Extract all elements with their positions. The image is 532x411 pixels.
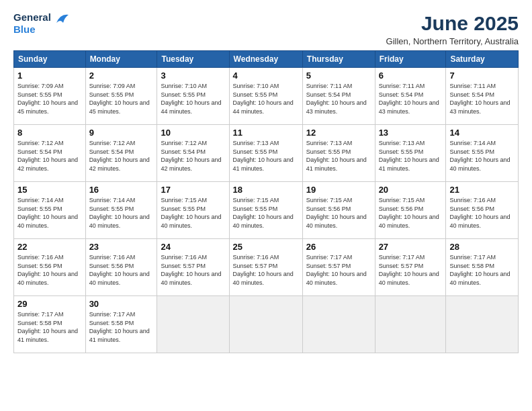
calendar-day-cell: 12Sunrise: 7:13 AMSunset: 5:55 PMDayligh…	[302, 125, 375, 182]
day-info: Sunrise: 7:10 AMSunset: 5:55 PMDaylight:…	[161, 82, 225, 116]
day-info: Sunrise: 7:16 AMSunset: 5:56 PMDaylight:…	[89, 253, 154, 287]
calendar-day-cell: 7Sunrise: 7:11 AMSunset: 5:54 PMDaylight…	[446, 68, 519, 125]
calendar-header-saturday: Saturday	[446, 51, 519, 68]
calendar-day-cell: 19Sunrise: 7:15 AMSunset: 5:56 PMDayligh…	[302, 182, 375, 239]
day-number: 17	[161, 185, 225, 195]
day-info: Sunrise: 7:15 AMSunset: 5:56 PMDaylight:…	[306, 196, 371, 230]
calendar-day-cell: 23Sunrise: 7:16 AMSunset: 5:56 PMDayligh…	[85, 239, 157, 296]
calendar-day-cell: 6Sunrise: 7:11 AMSunset: 5:54 PMDaylight…	[375, 68, 446, 125]
day-info: Sunrise: 7:12 AMSunset: 5:54 PMDaylight:…	[89, 139, 154, 173]
day-info: Sunrise: 7:15 AMSunset: 5:55 PMDaylight:…	[233, 196, 299, 230]
calendar-day-cell: 3Sunrise: 7:10 AMSunset: 5:55 PMDaylight…	[157, 68, 229, 125]
month-title: June 2025	[386, 12, 519, 35]
calendar-day-cell	[302, 296, 375, 353]
calendar-day-cell: 15Sunrise: 7:14 AMSunset: 5:55 PMDayligh…	[14, 182, 86, 239]
day-info: Sunrise: 7:17 AMSunset: 5:58 PMDaylight:…	[89, 310, 154, 344]
calendar-day-cell: 24Sunrise: 7:16 AMSunset: 5:57 PMDayligh…	[157, 239, 229, 296]
calendar-day-cell: 29Sunrise: 7:17 AMSunset: 5:58 PMDayligh…	[14, 296, 86, 353]
calendar-day-cell: 22Sunrise: 7:16 AMSunset: 5:56 PMDayligh…	[14, 239, 86, 296]
day-number: 26	[306, 242, 371, 252]
calendar-day-cell	[446, 296, 519, 353]
calendar-table: SundayMondayTuesdayWednesdayThursdayFrid…	[13, 50, 519, 353]
day-info: Sunrise: 7:15 AMSunset: 5:56 PMDaylight:…	[379, 196, 443, 230]
day-info: Sunrise: 7:16 AMSunset: 5:56 PMDaylight:…	[17, 253, 82, 287]
day-info: Sunrise: 7:14 AMSunset: 5:55 PMDaylight:…	[17, 196, 82, 230]
day-number: 3	[161, 71, 225, 81]
day-info: Sunrise: 7:12 AMSunset: 5:54 PMDaylight:…	[161, 139, 225, 173]
calendar-day-cell: 5Sunrise: 7:11 AMSunset: 5:54 PMDaylight…	[302, 68, 375, 125]
day-number: 20	[379, 185, 443, 195]
day-info: Sunrise: 7:16 AMSunset: 5:57 PMDaylight:…	[233, 253, 299, 287]
calendar-day-cell: 13Sunrise: 7:13 AMSunset: 5:55 PMDayligh…	[375, 125, 446, 182]
day-info: Sunrise: 7:17 AMSunset: 5:58 PMDaylight:…	[17, 310, 82, 344]
calendar-day-cell: 27Sunrise: 7:17 AMSunset: 5:57 PMDayligh…	[375, 239, 446, 296]
day-number: 10	[161, 128, 225, 138]
calendar-day-cell: 21Sunrise: 7:16 AMSunset: 5:56 PMDayligh…	[446, 182, 519, 239]
calendar-day-cell: 8Sunrise: 7:12 AMSunset: 5:54 PMDaylight…	[14, 125, 86, 182]
calendar-header-thursday: Thursday	[302, 51, 375, 68]
calendar-day-cell: 28Sunrise: 7:17 AMSunset: 5:58 PMDayligh…	[446, 239, 519, 296]
day-number: 21	[449, 185, 515, 195]
day-info: Sunrise: 7:14 AMSunset: 5:55 PMDaylight:…	[89, 196, 154, 230]
calendar-day-cell: 9Sunrise: 7:12 AMSunset: 5:54 PMDaylight…	[85, 125, 157, 182]
day-number: 19	[306, 185, 371, 195]
day-info: Sunrise: 7:11 AMSunset: 5:54 PMDaylight:…	[306, 82, 371, 116]
calendar-week-row: 22Sunrise: 7:16 AMSunset: 5:56 PMDayligh…	[14, 239, 519, 296]
day-info: Sunrise: 7:16 AMSunset: 5:57 PMDaylight:…	[161, 253, 225, 287]
calendar-day-cell: 2Sunrise: 7:09 AMSunset: 5:55 PMDaylight…	[85, 68, 157, 125]
calendar-day-cell	[229, 296, 302, 353]
day-info: Sunrise: 7:09 AMSunset: 5:55 PMDaylight:…	[17, 82, 82, 116]
logo: General Blue	[13, 12, 70, 36]
calendar-header-wednesday: Wednesday	[229, 51, 302, 68]
day-number: 11	[233, 128, 299, 138]
day-info: Sunrise: 7:15 AMSunset: 5:55 PMDaylight:…	[161, 196, 225, 230]
day-number: 18	[233, 185, 299, 195]
day-number: 4	[233, 71, 299, 81]
day-info: Sunrise: 7:11 AMSunset: 5:54 PMDaylight:…	[449, 82, 515, 116]
day-number: 22	[17, 242, 82, 252]
calendar-day-cell	[157, 296, 229, 353]
calendar-day-cell: 30Sunrise: 7:17 AMSunset: 5:58 PMDayligh…	[85, 296, 157, 353]
day-number: 15	[17, 185, 82, 195]
title-area: June 2025 Gillen, Northern Territory, Au…	[386, 12, 519, 46]
logo-wing-icon	[55, 12, 70, 24]
calendar-header-sunday: Sunday	[14, 51, 86, 68]
calendar-day-cell: 1Sunrise: 7:09 AMSunset: 5:55 PMDaylight…	[14, 68, 86, 125]
day-number: 12	[306, 128, 371, 138]
day-number: 27	[379, 242, 443, 252]
day-info: Sunrise: 7:16 AMSunset: 5:56 PMDaylight:…	[449, 196, 515, 230]
day-number: 9	[89, 128, 154, 138]
day-number: 5	[306, 71, 371, 81]
calendar-day-cell: 26Sunrise: 7:17 AMSunset: 5:57 PMDayligh…	[302, 239, 375, 296]
day-info: Sunrise: 7:17 AMSunset: 5:58 PMDaylight:…	[449, 253, 515, 287]
day-info: Sunrise: 7:17 AMSunset: 5:57 PMDaylight:…	[379, 253, 443, 287]
calendar-header-friday: Friday	[375, 51, 446, 68]
day-info: Sunrise: 7:12 AMSunset: 5:54 PMDaylight:…	[17, 139, 82, 173]
day-number: 25	[233, 242, 299, 252]
calendar-week-row: 1Sunrise: 7:09 AMSunset: 5:55 PMDaylight…	[14, 68, 519, 125]
day-info: Sunrise: 7:10 AMSunset: 5:55 PMDaylight:…	[233, 82, 299, 116]
calendar-day-cell: 25Sunrise: 7:16 AMSunset: 5:57 PMDayligh…	[229, 239, 302, 296]
day-number: 7	[449, 71, 515, 81]
calendar-week-row: 15Sunrise: 7:14 AMSunset: 5:55 PMDayligh…	[14, 182, 519, 239]
day-number: 29	[17, 299, 82, 309]
day-number: 24	[161, 242, 225, 252]
calendar-header-monday: Monday	[85, 51, 157, 68]
day-number: 2	[89, 71, 154, 81]
day-number: 1	[17, 71, 82, 81]
day-number: 13	[379, 128, 443, 138]
calendar-day-cell: 10Sunrise: 7:12 AMSunset: 5:54 PMDayligh…	[157, 125, 229, 182]
calendar-day-cell: 4Sunrise: 7:10 AMSunset: 5:55 PMDaylight…	[229, 68, 302, 125]
day-number: 8	[17, 128, 82, 138]
calendar-day-cell: 18Sunrise: 7:15 AMSunset: 5:55 PMDayligh…	[229, 182, 302, 239]
calendar-week-row: 29Sunrise: 7:17 AMSunset: 5:58 PMDayligh…	[14, 296, 519, 353]
calendar-day-cell: 17Sunrise: 7:15 AMSunset: 5:55 PMDayligh…	[157, 182, 229, 239]
page: General Blue June 2025 Gillen, Northern …	[0, 0, 532, 411]
day-info: Sunrise: 7:17 AMSunset: 5:57 PMDaylight:…	[306, 253, 371, 287]
day-number: 16	[89, 185, 154, 195]
logo-blue: Blue	[13, 24, 70, 36]
calendar-day-cell: 14Sunrise: 7:14 AMSunset: 5:55 PMDayligh…	[446, 125, 519, 182]
calendar-day-cell: 16Sunrise: 7:14 AMSunset: 5:55 PMDayligh…	[85, 182, 157, 239]
day-info: Sunrise: 7:13 AMSunset: 5:55 PMDaylight:…	[379, 139, 443, 173]
day-info: Sunrise: 7:13 AMSunset: 5:55 PMDaylight:…	[233, 139, 299, 173]
